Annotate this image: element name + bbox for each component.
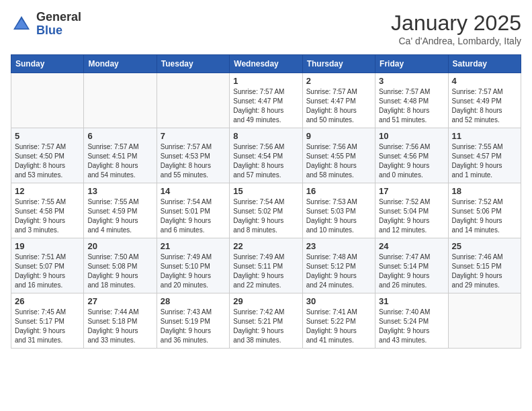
week-row-1: 1Sunrise: 7:57 AM Sunset: 4:47 PM Daylig… — [11, 73, 521, 128]
day-info: Sunrise: 7:57 AM Sunset: 4:53 PM Dayligh… — [161, 142, 226, 180]
day-number: 9 — [306, 131, 371, 141]
day-cell-7: 7Sunrise: 7:57 AM Sunset: 4:53 PM Daylig… — [157, 128, 229, 183]
logo-text: General Blue — [36, 11, 81, 38]
day-info: Sunrise: 7:57 AM Sunset: 4:49 PM Dayligh… — [452, 87, 517, 125]
day-info: Sunrise: 7:56 AM Sunset: 4:55 PM Dayligh… — [306, 142, 371, 180]
day-number: 14 — [161, 186, 226, 196]
empty-cell — [11, 73, 84, 128]
day-number: 6 — [87, 131, 152, 141]
day-info: Sunrise: 7:44 AM Sunset: 5:18 PM Dayligh… — [87, 308, 152, 345]
day-number: 24 — [379, 241, 444, 251]
day-cell-6: 6Sunrise: 7:57 AM Sunset: 4:51 PM Daylig… — [84, 128, 157, 183]
day-cell-30: 30Sunrise: 7:41 AM Sunset: 5:22 PM Dayli… — [302, 293, 375, 349]
day-cell-4: 4Sunrise: 7:57 AM Sunset: 4:49 PM Daylig… — [448, 73, 521, 128]
day-info: Sunrise: 7:55 AM Sunset: 4:59 PM Dayligh… — [87, 197, 152, 235]
logo-blue: Blue — [36, 24, 62, 37]
day-cell-15: 15Sunrise: 7:54 AM Sunset: 5:02 PM Dayli… — [230, 183, 302, 238]
day-cell-19: 19Sunrise: 7:51 AM Sunset: 5:07 PM Dayli… — [11, 238, 84, 293]
day-cell-11: 11Sunrise: 7:55 AM Sunset: 4:57 PM Dayli… — [448, 128, 521, 183]
day-info: Sunrise: 7:49 AM Sunset: 5:11 PM Dayligh… — [233, 253, 298, 290]
empty-cell — [157, 73, 229, 128]
day-info: Sunrise: 7:53 AM Sunset: 5:03 PM Dayligh… — [306, 197, 371, 235]
day-info: Sunrise: 7:50 AM Sunset: 5:08 PM Dayligh… — [87, 253, 152, 290]
day-cell-25: 25Sunrise: 7:46 AM Sunset: 5:15 PM Dayli… — [448, 238, 521, 293]
logo-icon — [11, 13, 32, 35]
day-number: 13 — [87, 186, 152, 196]
day-cell-2: 2Sunrise: 7:57 AM Sunset: 4:47 PM Daylig… — [302, 73, 375, 128]
weekday-header-friday: Friday — [375, 55, 448, 73]
day-info: Sunrise: 7:49 AM Sunset: 5:10 PM Dayligh… — [161, 253, 226, 290]
day-cell-8: 8Sunrise: 7:56 AM Sunset: 4:54 PM Daylig… — [230, 128, 302, 183]
day-number: 28 — [161, 296, 226, 306]
day-number: 23 — [306, 241, 371, 251]
weekday-header-thursday: Thursday — [302, 55, 375, 73]
day-number: 22 — [233, 241, 298, 251]
day-cell-12: 12Sunrise: 7:55 AM Sunset: 4:58 PM Dayli… — [11, 183, 84, 238]
day-number: 18 — [452, 186, 517, 196]
day-info: Sunrise: 7:47 AM Sunset: 5:14 PM Dayligh… — [379, 253, 444, 290]
week-row-5: 26Sunrise: 7:45 AM Sunset: 5:17 PM Dayli… — [11, 293, 521, 349]
day-number: 4 — [452, 76, 517, 86]
day-number: 20 — [87, 241, 152, 251]
day-info: Sunrise: 7:42 AM Sunset: 5:21 PM Dayligh… — [233, 308, 298, 345]
day-cell-14: 14Sunrise: 7:54 AM Sunset: 5:01 PM Dayli… — [157, 183, 229, 238]
day-number: 30 — [306, 296, 371, 306]
logo-general: General — [36, 10, 81, 24]
day-info: Sunrise: 7:55 AM Sunset: 4:58 PM Dayligh… — [15, 197, 80, 235]
day-cell-1: 1Sunrise: 7:57 AM Sunset: 4:47 PM Daylig… — [230, 73, 302, 128]
day-number: 5 — [15, 131, 80, 141]
day-cell-3: 3Sunrise: 7:57 AM Sunset: 4:48 PM Daylig… — [375, 73, 448, 128]
day-info: Sunrise: 7:43 AM Sunset: 5:19 PM Dayligh… — [161, 308, 226, 345]
day-info: Sunrise: 7:46 AM Sunset: 5:15 PM Dayligh… — [452, 253, 517, 290]
week-row-2: 5Sunrise: 7:57 AM Sunset: 4:50 PM Daylig… — [11, 128, 521, 183]
weekday-header-wednesday: Wednesday — [230, 55, 302, 73]
day-cell-18: 18Sunrise: 7:52 AM Sunset: 5:06 PM Dayli… — [448, 183, 521, 238]
day-number: 8 — [233, 131, 298, 141]
empty-cell — [448, 293, 521, 349]
day-number: 31 — [379, 296, 444, 306]
calendar-subtitle: Ca' d'Andrea, Lombardy, Italy — [391, 36, 521, 46]
day-info: Sunrise: 7:57 AM Sunset: 4:48 PM Dayligh… — [379, 87, 444, 125]
weekday-header-row: SundayMondayTuesdayWednesdayThursdayFrid… — [11, 55, 521, 73]
day-info: Sunrise: 7:40 AM Sunset: 5:24 PM Dayligh… — [379, 308, 444, 345]
day-cell-17: 17Sunrise: 7:52 AM Sunset: 5:04 PM Dayli… — [375, 183, 448, 238]
day-cell-24: 24Sunrise: 7:47 AM Sunset: 5:14 PM Dayli… — [375, 238, 448, 293]
day-number: 25 — [452, 241, 517, 251]
week-row-4: 19Sunrise: 7:51 AM Sunset: 5:07 PM Dayli… — [11, 238, 521, 293]
day-info: Sunrise: 7:41 AM Sunset: 5:22 PM Dayligh… — [306, 308, 371, 345]
day-cell-13: 13Sunrise: 7:55 AM Sunset: 4:59 PM Dayli… — [84, 183, 157, 238]
day-number: 15 — [233, 186, 298, 196]
day-cell-31: 31Sunrise: 7:40 AM Sunset: 5:24 PM Dayli… — [375, 293, 448, 349]
day-cell-28: 28Sunrise: 7:43 AM Sunset: 5:19 PM Dayli… — [157, 293, 229, 349]
day-info: Sunrise: 7:48 AM Sunset: 5:12 PM Dayligh… — [306, 253, 371, 290]
day-info: Sunrise: 7:55 AM Sunset: 4:57 PM Dayligh… — [452, 142, 517, 180]
day-number: 16 — [306, 186, 371, 196]
day-cell-20: 20Sunrise: 7:50 AM Sunset: 5:08 PM Dayli… — [84, 238, 157, 293]
day-cell-27: 27Sunrise: 7:44 AM Sunset: 5:18 PM Dayli… — [84, 293, 157, 349]
day-number: 27 — [87, 296, 152, 306]
day-info: Sunrise: 7:54 AM Sunset: 5:02 PM Dayligh… — [233, 197, 298, 235]
day-info: Sunrise: 7:57 AM Sunset: 4:47 PM Dayligh… — [306, 87, 371, 125]
logo: General Blue — [11, 11, 81, 38]
day-cell-9: 9Sunrise: 7:56 AM Sunset: 4:55 PM Daylig… — [302, 128, 375, 183]
day-number: 10 — [379, 131, 444, 141]
title-area: January 2025 Ca' d'Andrea, Lombardy, Ita… — [391, 11, 521, 46]
day-number: 26 — [15, 296, 80, 306]
day-cell-21: 21Sunrise: 7:49 AM Sunset: 5:10 PM Dayli… — [157, 238, 229, 293]
day-info: Sunrise: 7:56 AM Sunset: 4:56 PM Dayligh… — [379, 142, 444, 180]
day-info: Sunrise: 7:54 AM Sunset: 5:01 PM Dayligh… — [161, 197, 226, 235]
day-number: 2 — [306, 76, 371, 86]
day-number: 3 — [379, 76, 444, 86]
day-info: Sunrise: 7:52 AM Sunset: 5:06 PM Dayligh… — [452, 197, 517, 235]
day-number: 7 — [161, 131, 226, 141]
weekday-header-saturday: Saturday — [448, 55, 521, 73]
day-cell-23: 23Sunrise: 7:48 AM Sunset: 5:12 PM Dayli… — [302, 238, 375, 293]
empty-cell — [84, 73, 157, 128]
header: General Blue January 2025 Ca' d'Andrea, … — [11, 11, 521, 46]
day-number: 21 — [161, 241, 226, 251]
weekday-header-sunday: Sunday — [11, 55, 84, 73]
day-number: 12 — [15, 186, 80, 196]
day-info: Sunrise: 7:52 AM Sunset: 5:04 PM Dayligh… — [379, 197, 444, 235]
day-number: 29 — [233, 296, 298, 306]
day-number: 19 — [15, 241, 80, 251]
